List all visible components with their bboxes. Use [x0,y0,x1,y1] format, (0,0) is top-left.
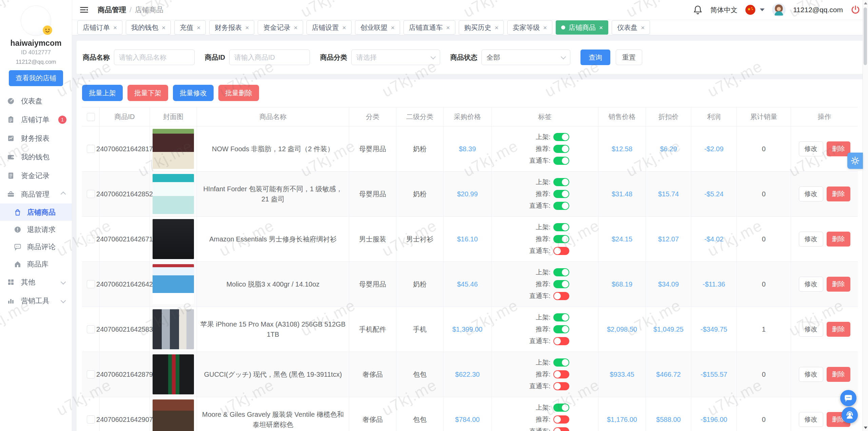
sidebar-item[interactable]: 其他 [0,273,72,291]
delete-button[interactable]: 删除 [827,367,850,382]
delete-button[interactable]: 删除 [827,187,850,201]
tab-close-icon[interactable]: × [245,24,249,31]
logout-power-icon[interactable] [850,5,861,15]
select-all-checkbox[interactable] [87,113,95,121]
row-checkbox[interactable] [87,280,95,288]
sidebar-subitem[interactable]: 商品库 [0,255,72,273]
sidebar-item[interactable]: 仪表盘 [0,92,72,110]
shelf-toggle[interactable] [553,404,569,412]
menu-collapse-icon[interactable] [79,5,89,15]
ptc-toggle[interactable] [553,382,569,390]
row-checkbox[interactable] [87,370,95,378]
recommend-toggle[interactable] [553,145,569,153]
row-checkbox[interactable] [87,235,95,243]
shelf-toggle[interactable] [553,358,569,367]
tab[interactable]: 财务报表 × [209,20,254,35]
bulk-action-button[interactable]: 批量下架 [127,85,168,101]
tab-close-icon[interactable]: × [543,24,547,31]
shelf-toggle[interactable] [553,223,569,231]
product-id-input[interactable] [229,50,310,65]
recommend-toggle[interactable] [553,370,569,378]
shelf-toggle[interactable] [553,268,569,276]
edit-button[interactable]: 修改 [799,322,823,337]
edit-button[interactable]: 修改 [799,232,823,247]
shelf-toggle[interactable] [553,133,569,141]
ptc-toggle[interactable] [553,157,569,165]
sidebar-item[interactable]: 店铺订单 1 [0,110,72,129]
tab-close-icon[interactable]: × [294,24,297,31]
sidebar-item[interactable]: 资金记录 [0,166,72,185]
tab-close-icon[interactable]: × [197,24,200,31]
bulk-action-button[interactable]: 批量修改 [173,85,214,101]
ptc-toggle[interactable] [553,247,569,255]
sidebar-item[interactable]: 财务报表 [0,129,72,148]
view-shop-button[interactable]: 查看我的店铺 [9,70,63,86]
scrollbar-thumb[interactable] [864,7,867,65]
recommend-toggle[interactable] [553,235,569,243]
bulk-action-button[interactable]: 批量上架 [82,85,123,101]
tab-close-icon[interactable]: × [446,24,450,31]
recommend-toggle[interactable] [553,190,569,198]
sidebar-subitem[interactable]: 店铺商品 [0,203,72,221]
recommend-toggle[interactable] [553,325,569,333]
ptc-toggle[interactable] [553,427,569,431]
search-button[interactable]: 查询 [580,50,610,65]
page-scrollbar[interactable] [863,0,868,431]
tab[interactable]: 资金记录 × [258,20,303,35]
tab[interactable]: 店铺订单 × [77,20,122,35]
bulk-action-button[interactable]: 批量删除 [218,85,259,101]
reset-button[interactable]: 重置 [616,50,642,65]
tab[interactable]: 我的钱包 × [126,20,171,35]
status-select[interactable]: 全部 [481,50,570,65]
scroll-up-icon[interactable] [864,2,867,4]
row-checkbox[interactable] [87,145,95,153]
ptc-toggle[interactable] [553,337,569,345]
row-checkbox[interactable] [87,415,95,424]
row-checkbox[interactable] [87,325,95,333]
tab[interactable]: 店铺商品 × [556,20,608,35]
tab[interactable]: 充值 × [174,20,206,35]
tab-close-icon[interactable]: × [113,24,117,31]
product-name-input[interactable] [114,50,195,65]
shelf-toggle[interactable] [553,313,569,321]
category-select[interactable]: 请选择 [351,50,440,65]
edit-button[interactable]: 修改 [799,141,823,156]
tab[interactable]: 店铺设置 × [307,20,352,35]
edit-button[interactable]: 修改 [799,367,823,382]
delete-button[interactable]: 删除 [827,322,850,337]
tab[interactable]: 店铺直通车 × [403,20,455,35]
tab-close-icon[interactable]: × [391,24,395,31]
chat-fab[interactable] [840,390,856,406]
recommend-toggle[interactable] [553,280,569,288]
tab-close-icon[interactable]: × [495,24,498,31]
breadcrumb-parent[interactable]: 商品管理 [98,5,126,15]
china-flag-icon[interactable]: ★ ★ ★ [745,4,756,15]
recommend-toggle[interactable] [553,415,569,424]
tab-close-icon[interactable]: × [342,24,346,31]
row-checkbox[interactable] [87,190,95,198]
tab[interactable]: 仪表盘 × [612,20,650,35]
scroll-down-icon[interactable] [864,427,867,429]
settings-fab[interactable] [847,153,863,169]
shelf-toggle[interactable] [553,178,569,186]
sidebar-subitem[interactable]: 退款请求 [0,221,72,238]
sidebar-subitem[interactable]: 商品评论 [0,238,72,255]
ptc-toggle[interactable] [553,292,569,300]
account-avatar[interactable] [772,3,786,17]
tab[interactable]: 创业联盟 × [355,20,400,35]
tab-close-icon[interactable]: × [599,24,603,31]
tab-close-icon[interactable]: × [162,24,165,31]
delete-button[interactable]: 删除 [827,141,850,156]
sidebar-item[interactable]: 商品管理 [0,185,72,203]
bell-icon[interactable] [693,5,703,15]
edit-button[interactable]: 修改 [799,277,823,292]
edit-button[interactable]: 修改 [799,412,823,427]
delete-button[interactable]: 删除 [827,232,850,247]
tab[interactable]: 卖家等级 × [507,20,552,35]
tab[interactable]: 购买历史 × [459,20,504,35]
tab-close-icon[interactable]: × [641,24,645,31]
customer-service-fab[interactable] [842,407,858,423]
edit-button[interactable]: 修改 [799,187,823,201]
delete-button[interactable]: 删除 [827,277,850,292]
sidebar-item[interactable]: 营销工具 [0,291,72,310]
